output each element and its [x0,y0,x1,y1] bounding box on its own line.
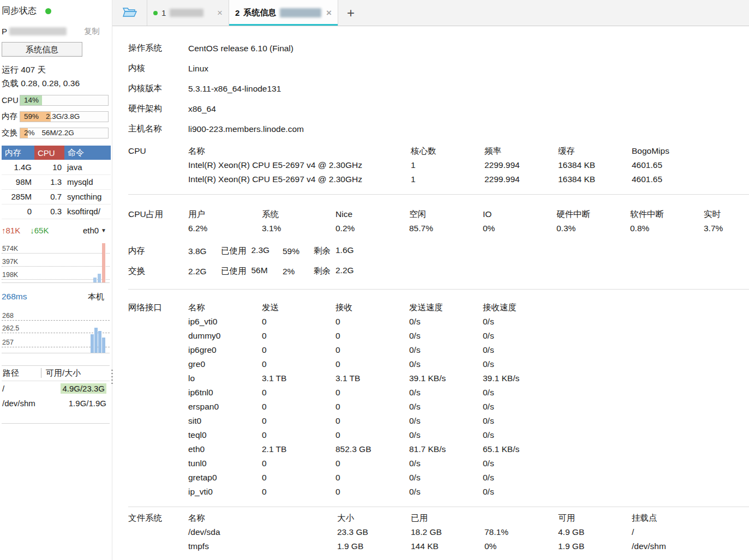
memory-swap-block: 内存 3.8G 已使用2.3G 59% 剩余1.6G 交换 2.2G 已使用56… [128,241,749,281]
net-scale-2: 397K [2,258,21,266]
network-interfaces-section: 网络接口 名称发送接收发送速度接收速度 ip6_vti0 0 0 0/s [128,300,749,499]
tab-system-info[interactable]: 2 系统信息 × [229,0,338,26]
sync-status-green-dot-icon [45,8,51,14]
open-folder-button[interactable] [112,0,147,26]
filesystem-table: 名称 大小 已用 可用 挂载点 /dev/sda 23.3 GB 18.2 GB [188,511,705,553]
network-table-header: 名称发送接收发送速度接收速度 [188,300,556,315]
disk-header-path[interactable]: 路径 [2,368,41,378]
fs-name: tmpfs [188,539,337,553]
network-rate-row: ↑81K ↓65K eth0 ▼ [2,226,112,235]
cpu-cores: 1 [411,158,484,172]
fs-used-percent: 0% [484,539,558,553]
close-icon[interactable]: × [217,8,223,17]
info-value: Linux [188,64,208,74]
process-header-memory[interactable]: 内存 [2,146,34,160]
iface-received: 0 [335,400,409,414]
section-divider [128,289,749,290]
info-label: 硬件架构 [128,103,188,115]
usage-header: 空闲 [409,207,483,221]
process-row[interactable]: 98M 1.3 mysqld [2,174,111,189]
fs-col-name: 名称 [188,511,337,525]
tab-session-1[interactable]: 1 × [147,0,229,26]
disk-path: / [2,384,61,393]
ping-scale-1: 268 [2,312,16,320]
upload-rate: 81K [6,226,21,235]
cpu-section-label: CPU [128,144,188,186]
panel-splitter-handle[interactable] [111,370,113,384]
process-header-command[interactable]: 命令 [64,146,111,160]
cpu-usage-column: Nice 0.2% [335,207,409,236]
swap-free-label: 剩余 [314,266,331,277]
cpu-usage-column: IO 0% [483,207,556,236]
fs-used: 144 KB [411,539,484,553]
disk-header-size[interactable]: 可用/大小 [46,368,81,378]
iface-send-rate: 0/s [409,357,483,371]
iface-sent: 0 [262,400,335,414]
iface-sent: 0 [262,471,335,485]
disk-usage-table: 路径 可用/大小 / 4.9G/23.3G /dev/shm 1.9G/1.9G [2,365,110,424]
cpu-name: Intel(R) Xeon(R) CPU E5-2697 v4 @ 2.30GH… [188,158,411,172]
swap-label: 交换 [128,266,188,277]
iface-received: 0 [335,357,409,371]
process-row[interactable]: 1.4G 10 java [2,160,111,174]
iface-receive-rate: 0/s [483,471,556,485]
process-cpu: 1.3 [34,174,64,189]
chevron-down-icon[interactable]: ▼ [101,227,106,233]
net-bar [102,243,105,282]
cpu-frequency: 2299.994 [484,172,558,186]
iface-receive-rate: 39.1 KB/s [483,371,556,386]
memory-meter-row: 内存 59%2.3G/3.8G [2,111,112,122]
close-icon[interactable]: × [326,8,332,17]
memory-used-label: 已使用 [221,245,247,257]
system-info-button[interactable]: 系统信息 [2,42,82,57]
tab1-number: 1 [161,8,166,17]
process-command: syncthing [64,189,111,204]
iface-sent: 0 [262,357,335,371]
iface-send-rate: 0/s [409,414,483,428]
fs-name: /dev/sda [188,525,337,539]
net-bar [98,274,101,282]
cpu-col-frequency: 频率 [484,144,558,158]
disk-row-shm[interactable]: /dev/shm 1.9G/1.9G [2,396,110,411]
iface-send-rate: 0/s [409,485,483,499]
iface-received: 852.3 GB [335,442,409,456]
iface-sent: 0 [262,329,335,343]
process-row[interactable]: 0 0.3 ksoftirqd/ [2,204,111,219]
filesystem-section: 文件系统 名称 大小 已用 可用 挂载点 /dev/sda [128,511,749,553]
interface-selector[interactable]: eth0 [83,226,99,235]
usage-header: 系统 [262,207,335,221]
network-traffic-chart: 574K 397K 198K [2,238,110,283]
cpu-bogomips: 4601.65 [632,172,705,186]
cpu-row: Intel(R) Xeon(R) CPU E5-2697 v4 @ 2.30GH… [188,172,705,186]
cpu-col-cache: 缓存 [558,144,632,158]
iface-name: ip_vti0 [188,485,262,499]
iface-send-rate: 0/s [409,315,483,329]
cpu-meter-label: CPU [2,96,20,105]
net-scale-3: 198K [2,271,21,279]
process-cpu: 0.7 [34,189,64,204]
copy-ip-button[interactable]: 复制 [84,26,100,37]
cpu-usage-column: 硬件中断 0.3% [556,207,630,236]
tab2-number: 2 [235,8,239,17]
process-command: ksoftirqd/ [64,204,111,219]
network-col-header: 接收速度 [483,300,556,315]
iface-name: eth0 [188,442,262,456]
info-label: 操作系统 [128,43,188,54]
usage-value: 0% [483,221,556,236]
disk-row-root[interactable]: / 4.9G/23.3G [2,381,110,396]
iface-name: sit0 [188,414,262,428]
swap-meter-row: 交换 2%56M/2.2G [2,127,112,139]
iface-receive-rate: 0/s [483,400,556,414]
new-tab-button[interactable]: + [338,0,363,26]
process-memory: 285M [2,189,34,204]
iface-sent: 0 [262,315,335,329]
header-divider [41,368,41,378]
iface-send-rate: 0/s [409,400,483,414]
process-header-cpu[interactable]: CPU [34,146,64,160]
process-row[interactable]: 285M 0.7 syncthing [2,189,111,204]
ping-target-label[interactable]: 本机 [88,292,104,302]
filesystem-row: /dev/sda 23.3 GB 18.2 GB 78.1% 4.9 GB / [188,525,705,539]
network-row: ip6tnl0 0 0 0/s 0/s [188,386,556,400]
iface-name: dummy0 [188,329,262,343]
swap-meter-label: 交换 [2,128,20,138]
